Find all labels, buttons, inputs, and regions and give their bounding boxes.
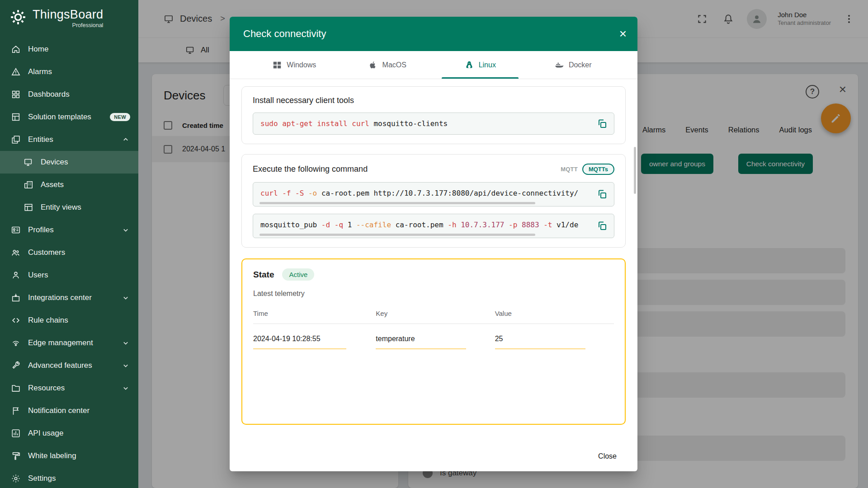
horizontal-scrollbar[interactable] <box>259 234 588 236</box>
protocol-mqtts[interactable]: MQTTs <box>582 164 614 175</box>
check-connectivity-dialog: Check connectivity × Windows MacOS Linux <box>230 17 637 471</box>
dialog-close-icon[interactable]: × <box>619 28 627 40</box>
sidebar-item-resources[interactable]: Resources <box>0 377 138 399</box>
copy-button[interactable] <box>595 219 609 233</box>
protocol-toggle: MQTT MQTTs <box>561 164 614 175</box>
white-labeling-paint-icon <box>11 451 21 461</box>
sidebar-item-label: API usage <box>28 429 63 438</box>
brand-edition: Professional <box>33 22 103 28</box>
state-section: State Active Latest telemetry Time Key V… <box>241 258 626 425</box>
tab-windows[interactable]: Windows <box>248 51 341 79</box>
integrations-icon <box>11 293 21 303</box>
telemetry-table: Time Key Value 2024-04-19 10:28:55 tempe… <box>253 301 614 349</box>
column-time: Time <box>253 301 376 324</box>
devices-icon <box>24 157 33 167</box>
code-block-curl: curl -f -S -o ca-root.pem http://10.7.3.… <box>253 182 614 206</box>
home-icon <box>11 44 21 54</box>
sidebar-item-integrations-center[interactable]: Integrations center <box>0 286 138 309</box>
rule-chains-icon <box>11 315 21 325</box>
dialog-tabs: Windows MacOS Linux Docker <box>230 51 637 79</box>
logo: ThingsBoard Professional <box>0 0 138 38</box>
sidebar-item-rule-chains[interactable]: Rule chains <box>0 309 138 332</box>
dialog-title: Check connectivity <box>243 28 326 40</box>
sidebar-item-edge-management[interactable]: Edge management <box>0 332 138 354</box>
sidebar-item-entity-views[interactable]: Entity views <box>0 196 138 219</box>
sidebar-item-label: Customers <box>28 248 65 257</box>
solution-templates-icon <box>11 112 21 122</box>
entities-icon <box>11 135 21 145</box>
sidebar-item-solution-templates[interactable]: Solution templates NEW <box>0 106 138 128</box>
new-badge: NEW <box>110 113 130 121</box>
code-block-install: sudo apt-get install curl mosquitto-clie… <box>253 113 614 135</box>
sidebar-item-label: Dashboards <box>28 90 70 99</box>
resources-folder-icon <box>11 383 21 393</box>
sidebar-item-label: Home <box>28 45 48 54</box>
dialog-header: Check connectivity × <box>230 17 637 51</box>
dialog-close-button[interactable]: Close <box>591 448 624 465</box>
column-key: Key <box>376 301 495 324</box>
dialog-body: Install necessary client tools sudo apt-… <box>230 79 637 441</box>
copy-button[interactable] <box>595 187 609 202</box>
main-area: Devices > John Doe Tenant administrator <box>138 0 868 488</box>
protocol-mqtt[interactable]: MQTT <box>561 166 578 173</box>
windows-icon <box>272 60 282 70</box>
sidebar-item-customers[interactable]: Customers <box>0 241 138 264</box>
sidebar-item-label: Edge management <box>28 338 93 347</box>
apple-icon <box>368 60 378 70</box>
app-root: ThingsBoard Professional Home Alarms Das… <box>0 0 868 488</box>
sidebar-item-notification-center[interactable]: Notification center <box>0 399 138 422</box>
sidebar-item-label: Solution templates <box>28 113 91 122</box>
execute-section: Execute the following command MQTT MQTTs… <box>241 154 626 248</box>
tab-linux[interactable]: Linux <box>434 51 527 79</box>
mosquitto-command: mosquitto_pub -d -q 1 --cafile ca-root.p… <box>260 221 590 229</box>
brand-name: ThingsBoard <box>33 8 103 21</box>
dialog-footer: Close <box>230 441 637 471</box>
notification-flag-icon <box>11 406 21 416</box>
horizontal-scrollbar[interactable] <box>259 202 588 204</box>
sidebar-item-users[interactable]: Users <box>0 264 138 286</box>
chevron-down-icon <box>121 361 130 370</box>
sidebar: ThingsBoard Professional Home Alarms Das… <box>0 0 138 488</box>
docker-whale-icon <box>554 60 564 70</box>
sidebar-item-assets[interactable]: Assets <box>0 174 138 196</box>
sidebar-item-label: White labeling <box>28 451 76 460</box>
sidebar-item-white-labeling[interactable]: White labeling <box>0 445 138 467</box>
sidebar-item-alarms[interactable]: Alarms <box>0 61 138 83</box>
sidebar-item-dashboards[interactable]: Dashboards <box>0 83 138 106</box>
telemetry-time: 2024-04-19 10:28:55 <box>253 335 346 349</box>
chevron-up-icon <box>121 135 130 144</box>
telemetry-row: 2024-04-19 10:28:55 temperature 25 <box>253 324 614 350</box>
code-block-mosquitto: mosquitto_pub -d -q 1 --cafile ca-root.p… <box>253 214 614 238</box>
telemetry-value: 25 <box>495 335 585 349</box>
dashboards-icon <box>11 89 21 99</box>
chevron-down-icon <box>121 293 130 302</box>
tab-macos[interactable]: MacOS <box>341 51 434 79</box>
copy-icon <box>597 221 608 231</box>
assets-icon <box>24 180 33 190</box>
curl-command: curl -f -S -o ca-root.pem http://10.7.3.… <box>260 189 590 197</box>
sidebar-item-advanced-features[interactable]: Advanced features <box>0 354 138 377</box>
tab-label: Linux <box>479 61 496 69</box>
customers-icon <box>11 248 21 258</box>
sidebar-item-devices[interactable]: Devices <box>0 151 138 174</box>
sidebar-item-api-usage[interactable]: API usage <box>0 422 138 445</box>
sidebar-item-label: Assets <box>41 180 64 189</box>
sidebar-item-label: Integrations center <box>28 293 92 302</box>
settings-gear-icon <box>11 474 21 483</box>
api-usage-chart-icon <box>11 428 21 438</box>
tab-docker[interactable]: Docker <box>527 51 620 79</box>
dialog-scrollbar[interactable] <box>634 147 636 194</box>
state-title: State <box>253 270 274 280</box>
sidebar-item-label: Resources <box>28 384 65 393</box>
copy-button[interactable] <box>595 117 609 131</box>
sidebar-item-entities[interactable]: Entities <box>0 128 138 151</box>
sidebar-item-home[interactable]: Home <box>0 38 138 61</box>
profiles-icon <box>11 225 21 235</box>
copy-icon <box>597 189 608 200</box>
logo-gear-icon <box>9 8 27 26</box>
sidebar-item-settings[interactable]: Settings <box>0 467 138 488</box>
sidebar-item-label: Advanced features <box>28 361 92 370</box>
chevron-down-icon <box>121 225 130 235</box>
sidebar-item-profiles[interactable]: Profiles <box>0 219 138 241</box>
tab-label: Docker <box>569 61 592 69</box>
